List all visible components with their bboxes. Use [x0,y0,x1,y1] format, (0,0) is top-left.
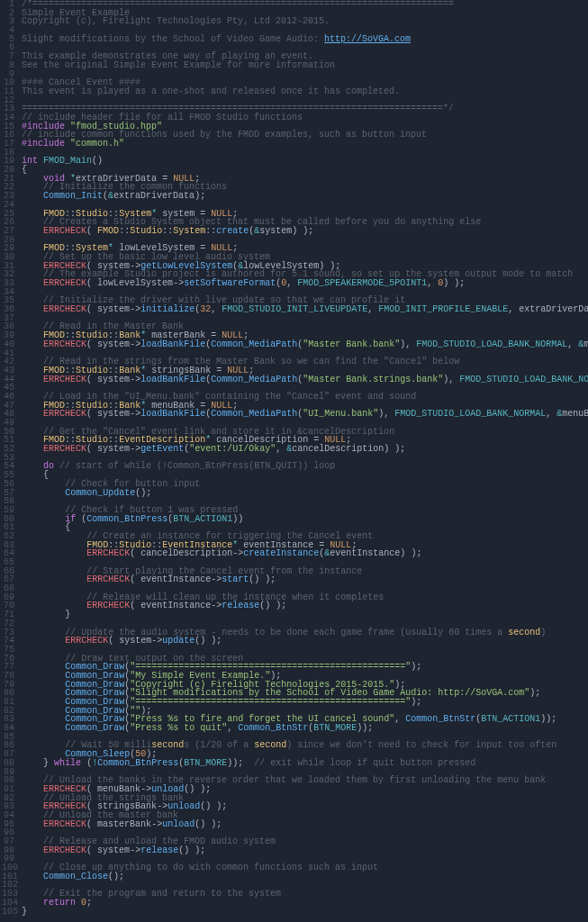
code-line[interactable]: ERRCHECK( FMOD::Studio::System::create(&… [22,227,588,236]
code-line[interactable]: Common_Draw("Press %s to quit", Common_B… [22,724,588,733]
code-line[interactable]: ERRCHECK( system->release() ); [22,846,588,855]
code-line[interactable]: See the original Simple Event Example fo… [22,61,588,70]
line-number: 105 [2,908,14,917]
code-line[interactable]: This event is played as a one-shot and r… [22,87,588,96]
code-line[interactable] [22,149,588,158]
code-line[interactable]: ERRCHECK( system->update() ); [22,637,588,646]
code-line[interactable]: ERRCHECK( system->initialize(32, FMOD_ST… [22,305,588,314]
code-line[interactable]: do // start of while (!Common_BtnPress(B… [22,462,588,471]
code-line[interactable]: if (Common_BtnPress(BTN_ACTION1)) [22,515,588,524]
code-line[interactable]: ERRCHECK( masterBank->unload() ); [22,820,588,829]
code-line[interactable]: } while (!Common_BtnPress(BTN_MORE)); //… [22,759,588,768]
code-line[interactable]: ERRCHECK( lowLevelSystem->setSoftwareFor… [22,279,588,288]
code-line[interactable]: ERRCHECK( eventInstance->start() ); [22,575,588,584]
code-line[interactable]: Slight modifications by the School of Vi… [22,35,588,44]
code-line[interactable]: // Exit the program and return to the sy… [22,890,588,899]
code-line[interactable]: ERRCHECK( system->getEvent("event:/UI/Ok… [22,445,588,454]
code-line[interactable]: ERRCHECK( eventInstance->release() ); [22,601,588,610]
code-line[interactable]: int FMOD_Main() [22,157,588,166]
code-line[interactable]: ERRCHECK( system->loadBankFile(Common_Me… [22,375,588,384]
code-line[interactable]: } [22,610,588,619]
line-number-gutter: 1234567891011121314151617181920212223242… [0,0,20,916]
code-line[interactable]: ERRCHECK( system->loadBankFile(Common_Me… [22,340,588,349]
code-line[interactable]: Common_Init(&extraDriverData); [22,192,588,201]
code-line[interactable]: #include "common.h" [22,140,588,149]
code-line[interactable]: ERRCHECK( cancelDescription->createInsta… [22,549,588,558]
code-line[interactable]: } [22,908,588,917]
code-line[interactable]: Common_Close(); [22,872,588,881]
code-line[interactable]: return 0; [22,899,588,908]
code-line[interactable]: Copyright (c), Firelight Technologies Pt… [22,17,588,26]
code-line[interactable]: ERRCHECK( system->loadBankFile(Common_Me… [22,410,588,419]
code-line[interactable]: Common_Update(); [22,489,588,498]
code-area[interactable]: /*======================================… [20,0,588,916]
